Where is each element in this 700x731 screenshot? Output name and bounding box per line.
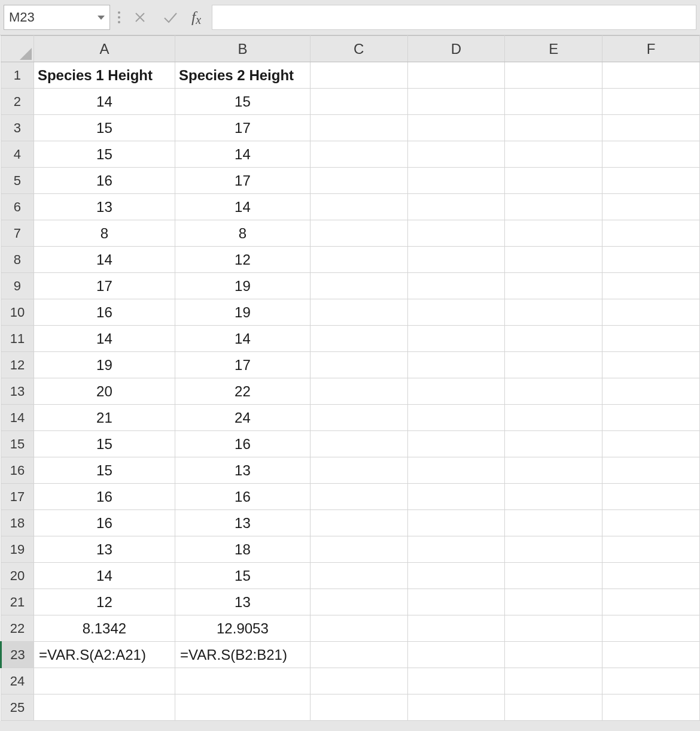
cell-D21[interactable] (407, 589, 505, 615)
row-header[interactable]: 3 (1, 115, 34, 141)
cell-E13[interactable] (505, 378, 602, 405)
row-header[interactable]: 17 (1, 484, 34, 510)
cell-B25[interactable] (175, 694, 310, 721)
cell-D10[interactable] (407, 299, 505, 326)
cell-D22[interactable] (407, 615, 505, 642)
cell-A21[interactable]: 12 (34, 589, 175, 615)
row-header[interactable]: 16 (1, 457, 34, 484)
cell-F7[interactable] (602, 220, 700, 247)
cell-C2[interactable] (310, 89, 407, 115)
row-header[interactable]: 18 (1, 510, 34, 536)
cell-F24[interactable] (602, 668, 700, 694)
cell-A4[interactable]: 15 (34, 141, 175, 168)
row-header[interactable]: 19 (1, 536, 34, 563)
column-header-A[interactable]: A (34, 36, 175, 62)
cell-D24[interactable] (407, 668, 505, 694)
cell-D18[interactable] (407, 510, 505, 536)
cell-B24[interactable] (175, 668, 310, 694)
cell-C3[interactable] (310, 115, 407, 141)
cell-C8[interactable] (310, 247, 407, 273)
cell-C23[interactable] (310, 642, 407, 668)
cell-B7[interactable]: 8 (175, 220, 310, 247)
cell-F18[interactable] (602, 510, 700, 536)
cell-C14[interactable] (310, 405, 407, 431)
cell-B4[interactable]: 14 (175, 141, 310, 168)
cell-B1[interactable]: Species 2 Height (175, 62, 310, 89)
row-header[interactable]: 21 (1, 589, 34, 615)
cell-B20[interactable]: 15 (175, 563, 310, 589)
column-header-E[interactable]: E (505, 36, 602, 62)
cell-A25[interactable] (34, 694, 175, 721)
cell-A2[interactable]: 14 (34, 89, 175, 115)
cell-F19[interactable] (602, 536, 700, 563)
cell-A8[interactable]: 14 (34, 247, 175, 273)
cell-D9[interactable] (407, 273, 505, 299)
cell-E7[interactable] (505, 220, 602, 247)
cell-A20[interactable]: 14 (34, 563, 175, 589)
row-header[interactable]: 7 (1, 220, 34, 247)
cell-F12[interactable] (602, 352, 700, 378)
cell-B15[interactable]: 16 (175, 431, 310, 457)
cell-A12[interactable]: 19 (34, 352, 175, 378)
cell-E22[interactable] (505, 615, 602, 642)
cell-C20[interactable] (310, 563, 407, 589)
cell-A13[interactable]: 20 (34, 378, 175, 405)
cell-F25[interactable] (602, 694, 700, 721)
row-header[interactable]: 2 (1, 89, 34, 115)
cell-D11[interactable] (407, 326, 505, 352)
column-header-C[interactable]: C (310, 36, 407, 62)
formula-bar-input[interactable] (212, 5, 696, 30)
cell-A16[interactable]: 15 (34, 457, 175, 484)
column-header-D[interactable]: D (407, 36, 505, 62)
cell-A11[interactable]: 14 (34, 326, 175, 352)
cell-F21[interactable] (602, 589, 700, 615)
cell-B3[interactable]: 17 (175, 115, 310, 141)
cell-C17[interactable] (310, 484, 407, 510)
cell-E3[interactable] (505, 115, 602, 141)
cell-B11[interactable]: 14 (175, 326, 310, 352)
cell-E5[interactable] (505, 168, 602, 194)
cell-A9[interactable]: 17 (34, 273, 175, 299)
cell-B18[interactable]: 13 (175, 510, 310, 536)
cell-D1[interactable] (407, 62, 505, 89)
cell-E9[interactable] (505, 273, 602, 299)
spreadsheet-grid[interactable]: A B C D E F 1Species 1 HeightSpecies 2 H… (0, 35, 700, 721)
cell-B19[interactable]: 18 (175, 536, 310, 563)
row-header[interactable]: 4 (1, 141, 34, 168)
cell-A17[interactable]: 16 (34, 484, 175, 510)
cell-F4[interactable] (602, 141, 700, 168)
cell-A10[interactable]: 16 (34, 299, 175, 326)
cell-B5[interactable]: 17 (175, 168, 310, 194)
fx-icon[interactable]: fx (189, 8, 206, 26)
cell-E12[interactable] (505, 352, 602, 378)
cell-D2[interactable] (407, 89, 505, 115)
cell-A3[interactable]: 15 (34, 115, 175, 141)
cell-B23[interactable]: =VAR.S(B2:B21) (175, 642, 310, 668)
cell-A24[interactable] (34, 668, 175, 694)
cell-B22[interactable]: 12.9053 (175, 615, 310, 642)
cell-E14[interactable] (505, 405, 602, 431)
cell-C6[interactable] (310, 194, 407, 220)
cell-E25[interactable] (505, 694, 602, 721)
row-header[interactable]: 22 (1, 615, 34, 642)
cell-E20[interactable] (505, 563, 602, 589)
cell-B13[interactable]: 22 (175, 378, 310, 405)
cell-D7[interactable] (407, 220, 505, 247)
cell-E24[interactable] (505, 668, 602, 694)
cell-F13[interactable] (602, 378, 700, 405)
cell-F9[interactable] (602, 273, 700, 299)
cell-D13[interactable] (407, 378, 505, 405)
row-header[interactable]: 13 (1, 378, 34, 405)
select-all-corner[interactable] (1, 36, 34, 62)
cell-B6[interactable]: 14 (175, 194, 310, 220)
cell-F15[interactable] (602, 431, 700, 457)
cell-B17[interactable]: 16 (175, 484, 310, 510)
cell-E23[interactable] (505, 642, 602, 668)
row-header[interactable]: 12 (1, 352, 34, 378)
cell-F6[interactable] (602, 194, 700, 220)
cell-F11[interactable] (602, 326, 700, 352)
row-header[interactable]: 11 (1, 326, 34, 352)
cell-C10[interactable] (310, 299, 407, 326)
cell-D4[interactable] (407, 141, 505, 168)
cell-D17[interactable] (407, 484, 505, 510)
